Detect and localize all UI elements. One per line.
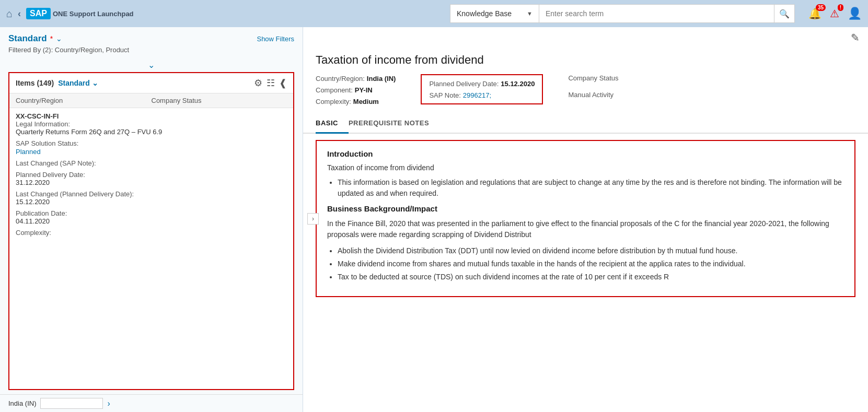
last-changed-planned-value: 15.12.2020 bbox=[16, 198, 287, 206]
background-title: Business Background/Impact bbox=[327, 204, 844, 213]
back-icon[interactable]: ‹ bbox=[18, 8, 21, 19]
tab-basic[interactable]: BASIC bbox=[316, 115, 349, 134]
column-headers: Country/Region Company Status bbox=[9, 93, 293, 108]
tabs-row: BASIC PREREQUISITE NOTES bbox=[303, 115, 868, 134]
right-content: › Introduction Taxation of income from d… bbox=[303, 134, 868, 412]
header: ⌂ ‹ SAP ONE Support Launchpad Knowledge … bbox=[0, 0, 868, 27]
notification-icon[interactable]: 🔔 35 bbox=[808, 7, 821, 20]
right-panel: ✎ Taxation of income from dividend Count… bbox=[303, 27, 868, 412]
complexity-meta-value: Medium bbox=[353, 98, 379, 105]
knowledge-base-dropdown[interactable]: Knowledge Base ▼ bbox=[450, 4, 539, 23]
bottom-search-input[interactable] bbox=[40, 398, 103, 409]
grid-icon[interactable]: ☷ bbox=[267, 77, 275, 89]
company-status-label: Company Status bbox=[568, 74, 618, 82]
items-standard-chevron-icon: ⌄ bbox=[92, 79, 98, 87]
intro-bullet-list: This information is based on legislation… bbox=[327, 177, 844, 199]
last-changed-planned-label: Last Changed (Planned Delivery Date): bbox=[16, 190, 134, 198]
list-item: This information is based on legislation… bbox=[338, 177, 844, 199]
items-count: Items (149) bbox=[16, 79, 54, 87]
complexity-label: Complexity: bbox=[16, 229, 51, 237]
sap-logo-box: SAP bbox=[26, 8, 51, 19]
items-standard-label: Standard bbox=[58, 79, 90, 87]
standard-title: Standard bbox=[8, 33, 47, 44]
legal-info-value: Quarterly Returns Form 26Q and 27Q – FVU… bbox=[16, 128, 287, 136]
complexity-meta-label: Complexity: bbox=[316, 98, 351, 105]
items-panel: Items (149) Standard ⌄ ⚙ ☷ ❰ Country/Reg… bbox=[8, 72, 294, 390]
planned-delivery-meta-label: Planned Delivery Date: bbox=[429, 80, 499, 88]
sap-solution-status-value[interactable]: Planned bbox=[16, 148, 41, 156]
search-button[interactable]: 🔍 bbox=[774, 4, 795, 23]
doc-meta-left: Country/Region: India (IN) Component: PY… bbox=[316, 74, 396, 105]
legal-info-label: Legal Information: bbox=[16, 120, 287, 128]
content-wrapper: › Introduction Taxation of income from d… bbox=[303, 140, 868, 297]
standard-chevron-icon[interactable]: ⌄ bbox=[56, 34, 62, 43]
intro-subtitle: Taxation of income from dividend bbox=[327, 163, 844, 172]
alert-badge: ! bbox=[838, 4, 843, 11]
item-id: XX-CSC-IN-FI bbox=[16, 112, 287, 120]
company-status-section: Company Status Manual Activity bbox=[568, 74, 618, 99]
tab-prerequisite-notes[interactable]: PREREQUISITE NOTES bbox=[349, 115, 439, 134]
app-title: ONE Support Launchpad bbox=[53, 10, 134, 18]
notification-badge: 35 bbox=[816, 4, 826, 11]
country-region-value: India (IN) bbox=[367, 75, 396, 83]
alert-icon[interactable]: ⚠ ! bbox=[830, 7, 839, 20]
planned-delivery-label: Planned Delivery Date: bbox=[16, 171, 85, 179]
background-bullet-list: Abolish the Dividend Distribution Tax (D… bbox=[327, 245, 844, 282]
document-title: Taxation of income from dividend bbox=[316, 53, 855, 67]
col-company-status: Company Status bbox=[152, 97, 287, 104]
content-section-intro: › Introduction Taxation of income from d… bbox=[316, 140, 855, 297]
list-item: Abolish the Dividend Distribution Tax (D… bbox=[338, 245, 844, 256]
background-text: In the Finance Bill, 2020 that was prese… bbox=[327, 218, 844, 240]
publication-date-value: 04.11.2020 bbox=[16, 217, 287, 225]
last-changed-sap-label: Last Changed (SAP Note): bbox=[16, 159, 96, 167]
sap-note-link[interactable]: 2996217; bbox=[463, 91, 491, 99]
publication-date-label: Publication Date: bbox=[16, 209, 67, 217]
search-container: Knowledge Base ▼ 🔍 bbox=[450, 4, 795, 23]
list-item: Make dividend income from shares and mut… bbox=[338, 258, 844, 269]
sap-solution-status-label: SAP Solution Status: bbox=[16, 139, 78, 147]
items-content: XX-CSC-IN-FI Legal Information: Quarterl… bbox=[9, 108, 293, 389]
intro-title: Introduction bbox=[327, 149, 844, 158]
edit-icon[interactable]: ✎ bbox=[851, 31, 860, 44]
show-filters-button[interactable]: Show Filters bbox=[257, 35, 294, 43]
home-icon[interactable]: ⌂ bbox=[6, 8, 13, 20]
left-header: Standard * ⌄ Show Filters Filtered By (2… bbox=[0, 27, 303, 60]
planned-delivery-meta-value: 15.12.2020 bbox=[501, 80, 535, 88]
sap-note-label: SAP Note: bbox=[429, 91, 460, 99]
left-bottom-bar: India (IN) › bbox=[0, 394, 303, 412]
items-header: Items (149) Standard ⌄ ⚙ ☷ ❰ bbox=[9, 73, 293, 93]
panel-collapse-icon[interactable]: ❰ bbox=[279, 77, 287, 89]
right-arrow-icon[interactable]: › bbox=[107, 399, 110, 408]
right-panel-top-icons: ✎ bbox=[303, 27, 868, 44]
header-icons: 🔔 35 ⚠ ! 👤 bbox=[808, 7, 862, 20]
dropdown-chevron-icon: ▼ bbox=[527, 10, 533, 17]
component-label: Component: bbox=[316, 86, 353, 94]
delivery-sap-note-box: Planned Delivery Date: 15.12.2020 SAP No… bbox=[421, 74, 543, 104]
items-standard-dropdown[interactable]: Standard ⌄ bbox=[58, 79, 98, 87]
left-panel: Standard * ⌄ Show Filters Filtered By (2… bbox=[0, 27, 303, 412]
filter-description: Filtered By (2): Country/Region, Product bbox=[8, 46, 294, 54]
list-item: Tax to be deducted at source (TDS) on su… bbox=[338, 272, 844, 282]
col-country-region: Country/Region bbox=[16, 97, 152, 104]
section-collapse-button[interactable]: › bbox=[307, 213, 319, 225]
knowledge-base-label: Knowledge Base bbox=[457, 9, 512, 18]
country-region-label: Country/Region: bbox=[316, 75, 365, 83]
search-input[interactable] bbox=[539, 4, 774, 23]
items-panel-container: Items (149) Standard ⌄ ⚙ ☷ ❰ Country/Reg… bbox=[0, 72, 303, 394]
user-icon[interactable]: 👤 bbox=[848, 7, 862, 20]
manual-activity-label: Manual Activity bbox=[568, 91, 614, 99]
collapse-panel-icon[interactable]: ⌄ bbox=[148, 60, 155, 70]
bottom-country-label: India (IN) bbox=[8, 399, 36, 407]
settings-icon[interactable]: ⚙ bbox=[254, 77, 262, 89]
sap-logo: SAP ONE Support Launchpad bbox=[26, 8, 133, 19]
planned-delivery-value: 31.12.2020 bbox=[16, 179, 287, 186]
document-header: Taxation of income from dividend Country… bbox=[303, 44, 868, 111]
required-asterisk: * bbox=[50, 34, 53, 43]
list-item: XX-CSC-IN-FI Legal Information: Quarterl… bbox=[16, 112, 287, 239]
component-value: PY-IN bbox=[355, 86, 373, 94]
main-layout: Standard * ⌄ Show Filters Filtered By (2… bbox=[0, 27, 868, 412]
